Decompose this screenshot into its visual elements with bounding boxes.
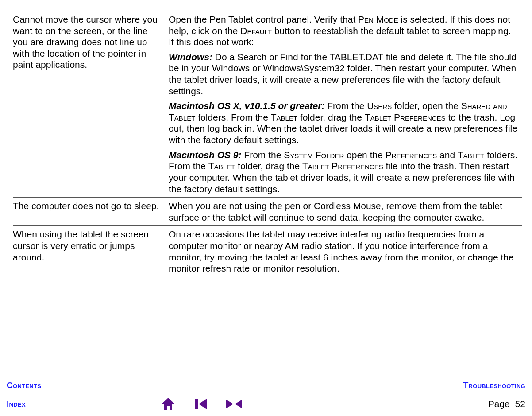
- ui-term: Tablet Preferences: [365, 112, 446, 122]
- problem-text: Cannot move the cursor where you want to…: [13, 14, 165, 70]
- page-footer: Contents Troubleshooting Index Page 52: [0, 377, 532, 416]
- solution-cell: On rare occasions the tablet may receive…: [169, 226, 522, 277]
- solution-cell: Open the Pen Tablet control panel. Verif…: [169, 11, 522, 198]
- solution-paragraph: Open the Pen Tablet control panel. Verif…: [169, 14, 518, 48]
- solution-paragraph: Macintosh OS 9: From the System Folder o…: [169, 149, 518, 194]
- text-run: open the: [344, 150, 385, 160]
- problem-cell: The computer does not go to sleep.: [13, 198, 169, 226]
- home-icon[interactable]: [161, 397, 176, 411]
- os-heading: Windows:: [169, 52, 215, 62]
- solution-paragraph: Windows: Do a Search or Find for the TAB…: [169, 51, 518, 97]
- contents-link[interactable]: Contents: [7, 381, 41, 390]
- ui-term: Default: [240, 26, 272, 36]
- ui-term: Tablet: [458, 150, 484, 160]
- text-run: When you are not using the pen or Cordle…: [169, 201, 502, 222]
- page-number: Page 52: [488, 399, 525, 409]
- ui-term: Tablet Preferences: [302, 161, 383, 171]
- page-number-value: 52: [515, 399, 525, 409]
- ui-term: Users: [367, 101, 392, 111]
- svg-rect-0: [195, 399, 198, 409]
- problem-cell: When using the tablet the screen cursor …: [13, 226, 169, 277]
- solution-cell: When you are not using the pen or Cordle…: [169, 198, 522, 226]
- troubleshooting-table: Cannot move the cursor where you want to…: [13, 11, 522, 277]
- ui-term: Tablet: [271, 112, 297, 122]
- footer-divider: [7, 394, 525, 394]
- footer-top-row: Contents Troubleshooting: [7, 381, 525, 393]
- footer-bottom-row: Index Page 52: [7, 397, 525, 411]
- solution-paragraph: When you are not using the pen or Cordle…: [169, 200, 518, 223]
- text-run: and: [437, 150, 458, 160]
- table-row: When using the tablet the screen cursor …: [13, 226, 522, 277]
- page-nav-icon[interactable]: [224, 398, 245, 410]
- page-label: Page: [488, 399, 510, 409]
- text-run: On rare occasions the tablet may receive…: [169, 229, 514, 273]
- troubleshooting-link[interactable]: Troubleshooting: [463, 381, 525, 390]
- problem-text: The computer does not go to sleep.: [13, 200, 165, 212]
- nav-icon-group: [161, 397, 245, 411]
- table-row: Cannot move the cursor where you want to…: [13, 11, 522, 198]
- os-heading: Macintosh OS 9:: [169, 150, 244, 160]
- text-run: Do a Search or Find for the TABLET.DAT f…: [169, 52, 517, 96]
- text-run: folder, drag the: [297, 112, 365, 122]
- ui-term: Preferences: [386, 150, 437, 160]
- index-link[interactable]: Index: [7, 399, 26, 409]
- prev-section-icon[interactable]: [191, 398, 208, 410]
- text-run: folders. From the: [195, 112, 270, 122]
- ui-term: Tablet: [208, 161, 235, 171]
- text-run: From the: [327, 101, 367, 111]
- text-run: Open the Pen Tablet control panel. Verif…: [169, 14, 358, 24]
- ui-term: Pen Mode: [358, 14, 398, 24]
- document-page: Cannot move the cursor where you want to…: [0, 0, 532, 416]
- text-run: folder, open the: [392, 101, 461, 111]
- solution-paragraph: Macintosh OS X, v10.1.5 or greater: From…: [169, 100, 518, 145]
- problem-text: When using the tablet the screen cursor …: [13, 229, 165, 263]
- ui-term: System Folder: [284, 150, 344, 160]
- table-row: The computer does not go to sleep.When y…: [13, 198, 522, 226]
- problem-cell: Cannot move the cursor where you want to…: [13, 11, 169, 198]
- content-area: Cannot move the cursor where you want to…: [0, 0, 532, 377]
- text-run: From the: [244, 150, 284, 160]
- os-heading: Macintosh OS X, v10.1.5 or greater:: [169, 101, 327, 111]
- solution-paragraph: On rare occasions the tablet may receive…: [169, 229, 518, 274]
- text-run: folder, drag the: [235, 161, 302, 171]
